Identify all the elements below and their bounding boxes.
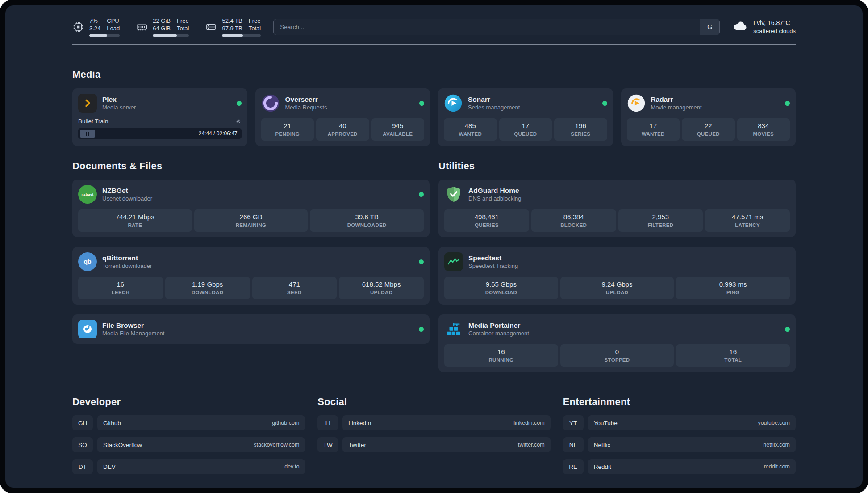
section-title-documents: Documents & Files	[72, 160, 430, 172]
search-provider-button[interactable]: G	[700, 19, 719, 35]
stats-row: 498,461QUERIES 86,384BLOCKED 2,953FILTER…	[444, 204, 790, 232]
now-playing-title: Bullet Train	[78, 118, 108, 125]
service-card-sonarr[interactable]: Sonarr Series management 485WANTED 17QUE…	[438, 88, 613, 146]
stat-tile: 16RUNNING	[444, 344, 558, 367]
disk-values: 52.4 TB97.9 TB	[222, 17, 242, 32]
service-name: Sonarr	[468, 95, 520, 104]
weather-condition: scattered clouds	[753, 27, 796, 35]
stat-tile: 9.24 GbpsUPLOAD	[560, 277, 674, 299]
service-name: AdGuard Home	[468, 186, 522, 195]
bookmark-name: StackOverflow	[103, 442, 142, 448]
qbittorrent-icon: qb	[78, 252, 97, 271]
service-card-qbittorrent[interactable]: qb qBittorrent Torrent downloader 16LEEC…	[72, 247, 430, 305]
bookmark-name: Reddit	[594, 464, 611, 470]
disk-progress-bar	[222, 34, 261, 37]
stat-tile: 9.65 GbpsDOWNLOAD	[444, 277, 558, 299]
service-desc: Media File Management	[102, 330, 164, 337]
stats-row: 21PENDING 40APPROVED 945AVAILABLE	[261, 113, 425, 141]
stat-tile: 196SERIES	[554, 118, 607, 141]
top-bar: 7%3.24 CPULoad	[72, 17, 796, 37]
service-desc: Media Requests	[285, 104, 327, 111]
stat-tile: 39.6 TBDOWNLOADED	[310, 209, 424, 232]
bookmark-name: Netflix	[594, 442, 611, 448]
stat-tile: 0STOPPED	[560, 344, 674, 367]
bookmark-abbr: DT	[72, 459, 93, 474]
service-name: NZBGet	[102, 186, 152, 195]
system-widgets: 7%3.24 CPULoad	[72, 17, 261, 37]
stat-tile: 16TOTAL	[676, 344, 790, 367]
cpu-widget: 7%3.24 CPULoad	[72, 17, 120, 37]
bookmark-github[interactable]: GH Githubgithub.com	[72, 415, 305, 430]
bookmark-group-developer: Developer GH Githubgithub.com SO StackOv…	[72, 396, 305, 474]
pause-button[interactable]	[80, 130, 95, 138]
service-desc: Series management	[468, 104, 520, 111]
media-grid: Plex Media server Bullet Train	[72, 88, 796, 146]
bookmark-url: stackoverflow.com	[254, 442, 299, 448]
search-input[interactable]	[274, 24, 700, 30]
memory-labels: FreeTotal	[177, 17, 189, 32]
service-name: Radarr	[651, 95, 702, 104]
bookmark-reddit[interactable]: RE Redditreddit.com	[563, 459, 796, 474]
bookmark-url: reddit.com	[764, 464, 790, 470]
service-desc: Speedtest Tracking	[468, 263, 518, 270]
service-card-adguard[interactable]: AdGuard Home DNS and adblocking 498,461Q…	[438, 180, 796, 237]
bookmark-url: twitter.com	[518, 442, 545, 448]
status-dot	[785, 327, 790, 332]
service-card-nzbget[interactable]: nzbget NZBGet Usenet downloader 744.21 M…	[72, 180, 430, 237]
service-card-speedtest[interactable]: Speedtest Speedtest Tracking 9.65 GbpsDO…	[438, 247, 796, 305]
stat-tile: 1.19 GbpsDOWNLOAD	[165, 277, 250, 299]
disk-icon	[205, 21, 217, 33]
stat-tile: 2,953FILTERED	[618, 209, 703, 232]
memory-values: 22 GiB64 GiB	[153, 17, 171, 32]
cpu-progress-bar	[89, 34, 120, 37]
bookmark-abbr: RE	[563, 459, 584, 474]
service-card-overseerr[interactable]: Overseerr Media Requests 21PENDING 40APP…	[255, 88, 430, 146]
weather-widget: Lviv, 16.87°C scattered clouds	[732, 18, 796, 36]
service-card-filebrowser[interactable]: File Browser Media File Management	[72, 314, 430, 344]
stat-tile: 618.52 MbpsUPLOAD	[339, 277, 424, 299]
stat-tile: 485WANTED	[444, 118, 497, 141]
section-title-developer: Developer	[72, 396, 305, 408]
service-card-radarr[interactable]: Radarr Movie management 17WANTED 22QUEUE…	[621, 88, 796, 146]
service-name: qBittorrent	[102, 254, 152, 262]
status-dot	[419, 192, 424, 197]
weather-location: Lviv, 16.87°C	[753, 19, 796, 27]
bookmark-stackoverflow[interactable]: SO StackOverflowstackoverflow.com	[72, 437, 305, 452]
cpu-labels: CPULoad	[107, 17, 120, 32]
sonarr-icon	[444, 94, 463, 113]
stat-tile: 86,384BLOCKED	[531, 209, 616, 232]
bookmark-name: LinkedIn	[348, 420, 371, 426]
bookmark-netflix[interactable]: NF Netflixnetflix.com	[563, 437, 796, 452]
bookmark-abbr: GH	[72, 415, 93, 430]
stat-tile: 498,461QUERIES	[444, 209, 529, 232]
status-dot	[602, 101, 607, 106]
adguard-icon	[444, 185, 463, 204]
bookmark-twitter[interactable]: TW Twittertwitter.com	[317, 437, 550, 452]
section-title-social: Social	[317, 396, 550, 408]
service-card-plex[interactable]: Plex Media server Bullet Train	[72, 88, 247, 146]
plex-now-playing-widget: Bullet Train 24:44 / 02:06:47	[78, 118, 242, 139]
speedtest-icon	[444, 252, 463, 271]
section-title-entertainment: Entertainment	[563, 396, 796, 408]
bookmark-url: dev.to	[284, 464, 299, 470]
status-dot	[237, 101, 242, 106]
playback-time: 24:44 / 02:06:47	[199, 130, 238, 137]
bookmark-linkedin[interactable]: LI LinkedInlinkedin.com	[317, 415, 550, 430]
bookmark-url: netflix.com	[763, 442, 790, 448]
overseerr-icon	[261, 94, 280, 113]
bookmark-abbr: TW	[317, 437, 338, 452]
dashboard: 7%3.24 CPULoad	[5, 5, 863, 488]
stat-tile: 21PENDING	[261, 118, 314, 141]
stat-tile: 945AVAILABLE	[371, 118, 425, 141]
service-desc: Container management	[468, 330, 529, 337]
status-dot	[785, 101, 790, 106]
stats-row: 16LEECH 1.19 GbpsDOWNLOAD 471SEED 618.52…	[78, 271, 424, 299]
bookmark-group-entertainment: Entertainment YT YouTubeyoutube.com NF N…	[563, 396, 796, 474]
section-documents: Documents & Files nzbget NZBGet Usenet d…	[72, 160, 430, 344]
gear-icon[interactable]	[235, 118, 242, 125]
stats-row: 17WANTED 22QUEUED 834MOVIES	[627, 113, 790, 141]
bookmark-dev[interactable]: DT DEVdev.to	[72, 459, 305, 474]
stat-tile: 22QUEUED	[682, 118, 735, 141]
bookmark-youtube[interactable]: YT YouTubeyoutube.com	[563, 415, 796, 430]
service-card-portainer[interactable]: Media Portainer Container management 16R…	[438, 314, 796, 372]
